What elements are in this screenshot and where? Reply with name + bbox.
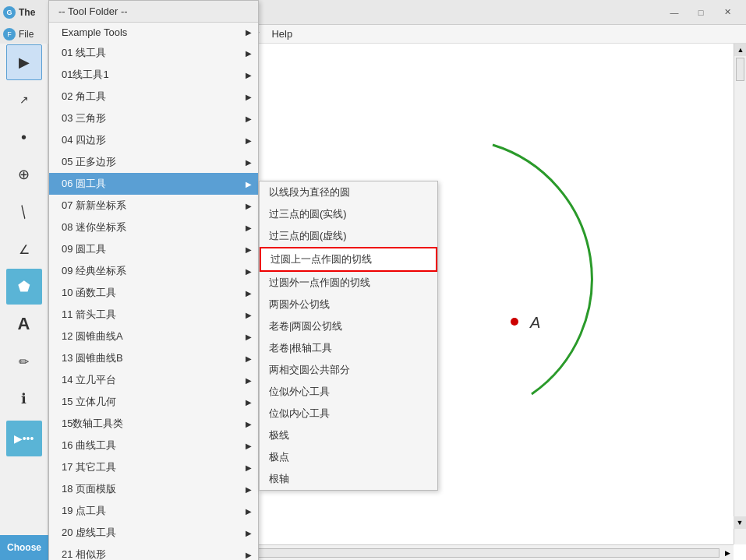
polygon-tool-button[interactable]: ⬟ xyxy=(6,269,42,305)
submenu-item-11[interactable]: 极线 xyxy=(260,424,437,446)
scroll-down-arrow[interactable]: ▼ xyxy=(734,516,746,529)
text-tool-button[interactable]: A xyxy=(6,306,42,342)
angle-tool-button[interactable]: ∠ xyxy=(6,231,42,267)
example-tools-arrow: ▶ xyxy=(246,28,252,37)
submenu-label-13: 根轴 xyxy=(269,472,289,486)
item-21-arrow: ▶ xyxy=(246,551,252,559)
menu-item-10[interactable]: 10 函数工具 ▶ xyxy=(49,282,258,304)
item-07-label: 07 新新坐标系 xyxy=(62,199,126,213)
item-01a-arrow: ▶ xyxy=(246,71,252,79)
scroll-up-arrow[interactable]: ▲ xyxy=(734,44,746,56)
menu-item-03[interactable]: 03 三角形 ▶ xyxy=(49,107,258,129)
pencil-tool-button[interactable]: ✏ xyxy=(6,343,42,379)
submenu-item-0[interactable]: 以线段为直径的圆 xyxy=(260,181,437,203)
submenu-item-3[interactable]: 过圆上一点作圆的切线 xyxy=(260,247,437,272)
line-tool-button[interactable]: ∕ xyxy=(6,194,42,230)
submenu-item-12[interactable]: 极点 xyxy=(260,446,437,468)
menu-example-tools[interactable]: Example Tools ▶ xyxy=(49,23,258,42)
arrow-icon: ↗ xyxy=(19,93,29,106)
submenu-label-12: 极点 xyxy=(269,450,289,464)
maximize-button[interactable]: □ xyxy=(688,5,713,20)
animate-tool-button[interactable]: ▶••• xyxy=(6,421,42,456)
scroll-right-arrow[interactable]: ▶ xyxy=(721,547,734,559)
item-21-label: 21 相似形 xyxy=(62,548,106,560)
menu-item-15a[interactable]: 15数轴工具类 ▶ xyxy=(49,413,258,435)
label-a: A xyxy=(529,314,540,331)
submenu-item-1[interactable]: 过三点的圆(实线) xyxy=(260,203,437,225)
menu-item-04[interactable]: 04 四边形 ▶ xyxy=(49,129,258,151)
item-11-label: 11 箭头工具 xyxy=(62,308,116,322)
submenu-item-13[interactable]: 根轴 xyxy=(260,468,437,490)
menu-item-18[interactable]: 18 页面模版 ▶ xyxy=(49,478,258,500)
point-tool-button[interactable]: • xyxy=(6,119,42,155)
submenu-item-7[interactable]: 老卷|根轴工具 xyxy=(260,337,437,359)
submenu-label-1: 过三点的圆(实线) xyxy=(269,207,347,221)
item-01-label: 01 线工具 xyxy=(62,46,106,60)
submenu-item-10[interactable]: 位似内心工具 xyxy=(260,403,437,424)
select-tool-button[interactable]: ▶ xyxy=(6,44,42,80)
app-file-row: F File xyxy=(0,25,48,44)
submenu-label-9: 位似外心工具 xyxy=(269,385,330,399)
item-10-label: 10 函数工具 xyxy=(62,286,116,300)
close-button[interactable]: ✕ xyxy=(715,5,740,20)
app-title: G The xyxy=(0,0,48,25)
submenu-label-2: 过三点的圆(虚线) xyxy=(269,229,347,243)
submenu-item-5[interactable]: 两圆外公切线 xyxy=(260,294,437,315)
menu-item-07[interactable]: 07 新新坐标系 ▶ xyxy=(49,195,258,217)
menu-item-19[interactable]: 19 点工具 ▶ xyxy=(49,500,258,522)
menu-item-15[interactable]: 15 立体几何 ▶ xyxy=(49,391,258,413)
menu-item-12[interactable]: 12 圆锥曲线A ▶ xyxy=(49,326,258,347)
item-15-arrow: ▶ xyxy=(246,398,252,407)
item-07-arrow: ▶ xyxy=(246,202,252,210)
menu-item-16[interactable]: 16 曲线工具 ▶ xyxy=(49,435,258,456)
info-tool-button[interactable]: ℹ xyxy=(6,381,42,417)
app-file-label: File xyxy=(19,29,34,40)
right-scrollbar[interactable]: ▲ ▼ xyxy=(734,44,746,544)
menu-item-help[interactable]: Help xyxy=(265,26,299,41)
menu-item-20[interactable]: 20 虚线工具 ▶ xyxy=(49,522,258,544)
menu-item-13[interactable]: 13 圆锥曲线B ▶ xyxy=(49,347,258,369)
item-09a-label: 09 圆工具 xyxy=(62,242,106,256)
menu-item-01a[interactable]: 01线工具1 ▶ xyxy=(49,64,258,86)
submenu-item-8[interactable]: 两相交圆公共部分 xyxy=(260,359,437,381)
item-10-arrow: ▶ xyxy=(246,289,252,298)
item-13-arrow: ▶ xyxy=(246,354,252,363)
menu-item-09b[interactable]: 09 经典坐标系 ▶ xyxy=(49,260,258,282)
item-08-label: 08 迷你坐标系 xyxy=(62,220,126,234)
app-logo-icon: G xyxy=(3,6,16,19)
item-20-label: 20 虚线工具 xyxy=(62,526,116,540)
item-03-arrow: ▶ xyxy=(246,114,252,123)
submenu-label-3: 过圆上一点作圆的切线 xyxy=(270,252,372,266)
submenu-label-8: 两相交圆公共部分 xyxy=(269,363,350,377)
submenu-item-6[interactable]: 老卷|两圆公切线 xyxy=(260,315,437,337)
point-a xyxy=(511,318,518,326)
menu-item-14[interactable]: 14 立几平台 ▶ xyxy=(49,369,258,391)
arrow-tool-button[interactable]: ↗ xyxy=(6,82,42,118)
minimize-button[interactable]: — xyxy=(662,5,687,20)
menu-item-21[interactable]: 21 相似形 ▶ xyxy=(49,544,258,560)
menu-item-05[interactable]: 05 正多边形 ▶ xyxy=(49,151,258,173)
animate-icon: ▶••• xyxy=(14,432,34,445)
menu-item-06[interactable]: 06 圆工具 ▶ xyxy=(49,173,258,195)
submenu-label-10: 位似内心工具 xyxy=(269,407,330,421)
menu-item-11[interactable]: 11 箭头工具 ▶ xyxy=(49,304,258,326)
menu-item-08[interactable]: 08 迷你坐标系 ▶ xyxy=(49,217,258,238)
item-09b-label: 09 经典坐标系 xyxy=(62,264,126,278)
text-icon: A xyxy=(18,314,30,334)
menu-item-02[interactable]: 02 角工具 ▶ xyxy=(49,86,258,107)
polygon-icon: ⬟ xyxy=(18,278,30,295)
compass-tool-button[interactable]: ⊕ xyxy=(6,157,42,192)
item-14-label: 14 立几平台 xyxy=(62,373,116,387)
line-icon: ∕ xyxy=(16,204,32,220)
menu-item-17[interactable]: 17 其它工具 ▶ xyxy=(49,456,258,478)
point-icon: • xyxy=(21,129,27,146)
menu-item-09a[interactable]: 09 圆工具 ▶ xyxy=(49,238,258,260)
item-15a-label: 15数轴工具类 xyxy=(62,417,123,431)
submenu-item-2[interactable]: 过三点的圆(虚线) xyxy=(260,225,437,247)
scroll-thumb[interactable] xyxy=(736,58,744,81)
item-05-arrow: ▶ xyxy=(246,158,252,167)
submenu-item-4[interactable]: 过圆外一点作圆的切线 xyxy=(260,272,437,294)
menu-item-01[interactable]: 01 线工具 ▶ xyxy=(49,42,258,64)
submenu-item-9[interactable]: 位似外心工具 xyxy=(260,381,437,403)
status-bar: Choose xyxy=(0,535,48,560)
